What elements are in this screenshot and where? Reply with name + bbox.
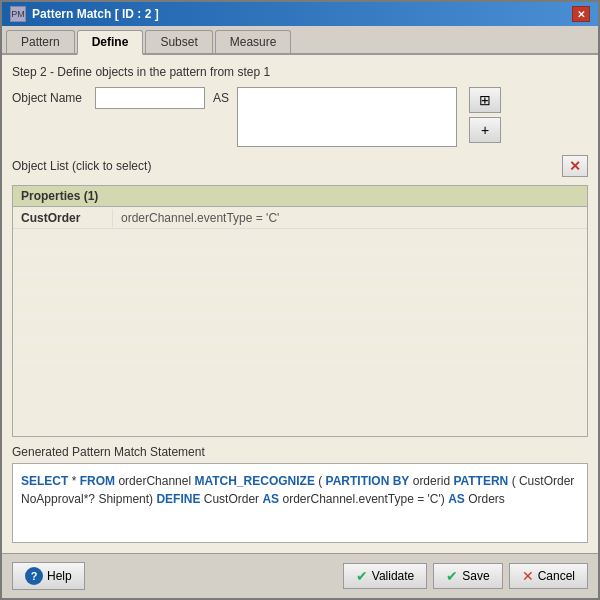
- close-button[interactable]: ✕: [572, 6, 590, 22]
- footer: ? Help ✔ Validate ✔ Save ✕ Cancel: [2, 553, 598, 598]
- cancel-icon: ✕: [522, 568, 534, 584]
- content-area: Step 2 - Define objects in the pattern f…: [2, 55, 598, 553]
- object-name-row: Object Name AS ⊞ +: [12, 87, 588, 147]
- object-list-header: Object List (click to select) ✕: [12, 155, 588, 177]
- sql-from: FROM: [80, 474, 115, 488]
- close-icon: ✕: [577, 9, 585, 20]
- properties-header: Properties (1): [13, 186, 587, 207]
- tab-measure[interactable]: Measure: [215, 30, 292, 53]
- title-bar: PM Pattern Match [ ID : 2 ] ✕: [2, 2, 598, 26]
- as-textarea[interactable]: [237, 87, 457, 147]
- sql-define: DEFINE: [156, 492, 200, 506]
- save-button[interactable]: ✔ Save: [433, 563, 502, 589]
- save-icon: ✔: [446, 568, 458, 584]
- sql-match-recognize: MATCH_RECOGNIZE: [194, 474, 314, 488]
- plus-icon: +: [481, 122, 489, 138]
- sql-pattern: PATTERN: [453, 474, 508, 488]
- sql-as-1: AS: [262, 492, 279, 506]
- prop-value-0: orderChannel.eventType = 'C': [113, 209, 587, 227]
- as-label: AS: [213, 87, 229, 105]
- empty-row-4: [13, 295, 587, 317]
- sql-as-2: AS: [448, 492, 465, 506]
- prop-name-0: CustOrder: [13, 209, 113, 227]
- sql-select: SELECT: [21, 474, 68, 488]
- action-buttons: ⊞ +: [469, 87, 501, 143]
- properties-table: Properties (1) CustOrder orderChannel.ev…: [12, 185, 588, 437]
- sql-box: SELECT * FROM orderChannel MATCH_RECOGNI…: [12, 463, 588, 543]
- help-button[interactable]: ? Help: [12, 562, 85, 590]
- window-title: Pattern Match [ ID : 2 ]: [32, 7, 159, 21]
- empty-row-3: [13, 273, 587, 295]
- window-icon: PM: [10, 6, 26, 22]
- table-row[interactable]: CustOrder orderChannel.eventType = 'C': [13, 207, 587, 229]
- empty-row-2: [13, 251, 587, 273]
- validate-button[interactable]: ✔ Validate: [343, 563, 427, 589]
- tab-define[interactable]: Define: [77, 30, 144, 55]
- tab-bar: Pattern Define Subset Measure: [2, 26, 598, 55]
- tab-subset[interactable]: Subset: [145, 30, 212, 53]
- help-icon: ?: [25, 567, 43, 585]
- object-name-input[interactable]: [95, 87, 205, 109]
- delete-icon: ✕: [569, 158, 581, 174]
- object-list-label: Object List (click to select): [12, 159, 151, 173]
- validate-icon: ✔: [356, 568, 368, 584]
- generated-section: Generated Pattern Match Statement SELECT…: [12, 445, 588, 543]
- generated-label: Generated Pattern Match Statement: [12, 445, 588, 459]
- title-bar-left: PM Pattern Match [ ID : 2 ]: [10, 6, 159, 22]
- main-window: PM Pattern Match [ ID : 2 ] ✕ Pattern De…: [0, 0, 600, 600]
- table-icon: ⊞: [479, 92, 491, 108]
- empty-row-5: [13, 317, 587, 339]
- table-button[interactable]: ⊞: [469, 87, 501, 113]
- sql-partition-by: PARTITION BY: [326, 474, 410, 488]
- delete-button[interactable]: ✕: [562, 155, 588, 177]
- add-button[interactable]: +: [469, 117, 501, 143]
- tab-pattern[interactable]: Pattern: [6, 30, 75, 53]
- empty-row-1: [13, 229, 587, 251]
- footer-right: ✔ Validate ✔ Save ✕ Cancel: [343, 563, 588, 589]
- step-description: Step 2 - Define objects in the pattern f…: [12, 65, 588, 79]
- cancel-button[interactable]: ✕ Cancel: [509, 563, 588, 589]
- empty-row-6: [13, 339, 587, 361]
- object-name-label: Object Name: [12, 87, 87, 105]
